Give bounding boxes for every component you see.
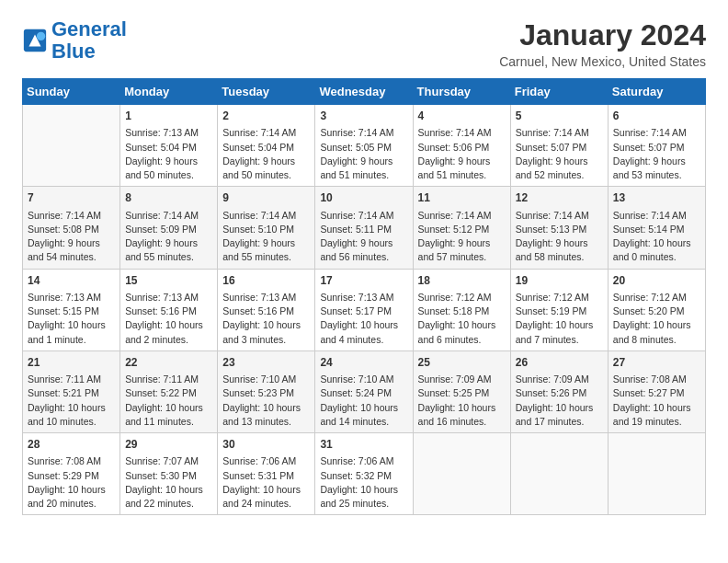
title-block: January 2024 Carnuel, New Mexico, United…	[499, 18, 706, 69]
calendar-cell	[23, 105, 120, 187]
calendar-cell: 6Sunrise: 7:14 AM Sunset: 5:07 PM Daylig…	[608, 105, 705, 187]
calendar-cell: 7Sunrise: 7:14 AM Sunset: 5:08 PM Daylig…	[23, 187, 120, 269]
day-info: Sunrise: 7:09 AM Sunset: 5:25 PM Dayligh…	[418, 373, 506, 429]
calendar-cell: 21Sunrise: 7:11 AM Sunset: 5:21 PM Dayli…	[23, 350, 120, 432]
calendar-cell: 9Sunrise: 7:14 AM Sunset: 5:10 PM Daylig…	[218, 187, 315, 269]
calendar-week-4: 21Sunrise: 7:11 AM Sunset: 5:21 PM Dayli…	[23, 350, 706, 432]
day-info: Sunrise: 7:14 AM Sunset: 5:07 PM Dayligh…	[516, 126, 603, 182]
day-header-saturday: Saturday	[608, 79, 705, 105]
day-number: 7	[28, 190, 115, 206]
logo-text: General Blue	[51, 18, 127, 63]
svg-point-2	[37, 32, 45, 40]
calendar-cell: 20Sunrise: 7:12 AM Sunset: 5:20 PM Dayli…	[608, 269, 705, 350]
day-header-thursday: Thursday	[413, 79, 510, 105]
day-header-friday: Friday	[510, 79, 608, 105]
day-info: Sunrise: 7:14 AM Sunset: 5:11 PM Dayligh…	[320, 209, 407, 265]
day-number: 20	[613, 273, 700, 289]
calendar-cell: 30Sunrise: 7:06 AM Sunset: 5:31 PM Dayli…	[218, 433, 315, 515]
calendar-cell: 25Sunrise: 7:09 AM Sunset: 5:25 PM Dayli…	[413, 350, 510, 432]
day-number: 30	[222, 437, 310, 453]
day-number: 29	[125, 437, 212, 453]
day-number: 18	[418, 273, 506, 289]
day-number: 12	[516, 190, 603, 206]
day-number: 3	[320, 109, 407, 124]
day-number: 27	[613, 355, 700, 371]
calendar-cell: 19Sunrise: 7:12 AM Sunset: 5:19 PM Dayli…	[510, 269, 608, 350]
calendar-cell: 1Sunrise: 7:13 AM Sunset: 5:04 PM Daylig…	[120, 105, 218, 187]
calendar-table: SundayMondayTuesdayWednesdayThursdayFrid…	[22, 78, 706, 515]
day-info: Sunrise: 7:14 AM Sunset: 5:06 PM Dayligh…	[418, 126, 506, 182]
day-info: Sunrise: 7:14 AM Sunset: 5:05 PM Dayligh…	[320, 126, 407, 182]
calendar-week-3: 14Sunrise: 7:13 AM Sunset: 5:15 PM Dayli…	[23, 269, 706, 350]
day-info: Sunrise: 7:13 AM Sunset: 5:16 PM Dayligh…	[125, 291, 212, 347]
day-number: 8	[125, 190, 212, 206]
day-number: 11	[418, 190, 506, 206]
day-number: 14	[28, 273, 115, 289]
calendar-cell: 22Sunrise: 7:11 AM Sunset: 5:22 PM Dayli…	[120, 350, 218, 432]
calendar-cell: 15Sunrise: 7:13 AM Sunset: 5:16 PM Dayli…	[120, 269, 218, 350]
calendar-cell: 2Sunrise: 7:14 AM Sunset: 5:04 PM Daylig…	[218, 105, 315, 187]
day-number: 13	[613, 190, 700, 206]
day-header-tuesday: Tuesday	[218, 79, 315, 105]
calendar-cell: 8Sunrise: 7:14 AM Sunset: 5:09 PM Daylig…	[120, 187, 218, 269]
day-info: Sunrise: 7:14 AM Sunset: 5:12 PM Dayligh…	[418, 209, 506, 265]
day-info: Sunrise: 7:11 AM Sunset: 5:22 PM Dayligh…	[125, 373, 212, 429]
calendar-cell: 5Sunrise: 7:14 AM Sunset: 5:07 PM Daylig…	[510, 105, 608, 187]
calendar-cell: 23Sunrise: 7:10 AM Sunset: 5:23 PM Dayli…	[218, 350, 315, 432]
day-number: 2	[222, 109, 310, 124]
calendar-cell	[608, 433, 705, 515]
calendar-cell	[413, 433, 510, 515]
day-info: Sunrise: 7:12 AM Sunset: 5:19 PM Dayligh…	[516, 291, 603, 347]
day-info: Sunrise: 7:14 AM Sunset: 5:08 PM Dayligh…	[28, 209, 115, 265]
day-info: Sunrise: 7:09 AM Sunset: 5:26 PM Dayligh…	[516, 373, 603, 429]
calendar-cell: 16Sunrise: 7:13 AM Sunset: 5:16 PM Dayli…	[218, 269, 315, 350]
day-info: Sunrise: 7:14 AM Sunset: 5:09 PM Dayligh…	[125, 209, 212, 265]
day-number: 9	[222, 190, 310, 206]
day-header-monday: Monday	[120, 79, 218, 105]
calendar-cell: 12Sunrise: 7:14 AM Sunset: 5:13 PM Dayli…	[510, 187, 608, 269]
day-number: 17	[320, 273, 407, 289]
day-info: Sunrise: 7:12 AM Sunset: 5:20 PM Dayligh…	[613, 291, 700, 347]
day-number: 28	[28, 437, 115, 453]
calendar-subtitle: Carnuel, New Mexico, United States	[499, 54, 706, 69]
calendar-cell: 10Sunrise: 7:14 AM Sunset: 5:11 PM Dayli…	[315, 187, 413, 269]
day-number: 5	[516, 109, 603, 124]
day-info: Sunrise: 7:08 AM Sunset: 5:27 PM Dayligh…	[613, 373, 700, 429]
day-info: Sunrise: 7:13 AM Sunset: 5:15 PM Dayligh…	[28, 291, 115, 347]
day-info: Sunrise: 7:10 AM Sunset: 5:24 PM Dayligh…	[320, 373, 407, 429]
day-info: Sunrise: 7:08 AM Sunset: 5:29 PM Dayligh…	[28, 454, 115, 511]
calendar-header: SundayMondayTuesdayWednesdayThursdayFrid…	[23, 79, 706, 105]
day-info: Sunrise: 7:10 AM Sunset: 5:23 PM Dayligh…	[222, 373, 310, 429]
calendar-week-2: 7Sunrise: 7:14 AM Sunset: 5:08 PM Daylig…	[23, 187, 706, 269]
day-info: Sunrise: 7:06 AM Sunset: 5:32 PM Dayligh…	[320, 454, 407, 511]
day-info: Sunrise: 7:11 AM Sunset: 5:21 PM Dayligh…	[28, 373, 115, 429]
page-header: General Blue January 2024 Carnuel, New M…	[22, 18, 706, 69]
calendar-cell: 11Sunrise: 7:14 AM Sunset: 5:12 PM Dayli…	[413, 187, 510, 269]
day-info: Sunrise: 7:06 AM Sunset: 5:31 PM Dayligh…	[222, 454, 310, 511]
logo: General Blue	[22, 18, 127, 63]
day-header-sunday: Sunday	[23, 79, 120, 105]
day-info: Sunrise: 7:14 AM Sunset: 5:04 PM Dayligh…	[222, 126, 310, 182]
calendar-cell: 14Sunrise: 7:13 AM Sunset: 5:15 PM Dayli…	[23, 269, 120, 350]
day-number: 15	[125, 273, 212, 289]
day-number: 25	[418, 355, 506, 371]
calendar-cell: 31Sunrise: 7:06 AM Sunset: 5:32 PM Dayli…	[315, 433, 413, 515]
calendar-cell: 26Sunrise: 7:09 AM Sunset: 5:26 PM Dayli…	[510, 350, 608, 432]
calendar-cell: 3Sunrise: 7:14 AM Sunset: 5:05 PM Daylig…	[315, 105, 413, 187]
day-info: Sunrise: 7:14 AM Sunset: 5:14 PM Dayligh…	[613, 209, 700, 265]
day-number: 23	[222, 355, 310, 371]
day-info: Sunrise: 7:14 AM Sunset: 5:13 PM Dayligh…	[516, 209, 603, 265]
day-number: 10	[320, 190, 407, 206]
calendar-week-1: 1Sunrise: 7:13 AM Sunset: 5:04 PM Daylig…	[23, 105, 706, 187]
day-number: 31	[320, 437, 407, 453]
day-info: Sunrise: 7:14 AM Sunset: 5:10 PM Dayligh…	[222, 209, 310, 265]
header-row: SundayMondayTuesdayWednesdayThursdayFrid…	[23, 79, 706, 105]
day-number: 24	[320, 355, 407, 371]
day-number: 16	[222, 273, 310, 289]
calendar-cell: 17Sunrise: 7:13 AM Sunset: 5:17 PM Dayli…	[315, 269, 413, 350]
day-info: Sunrise: 7:13 AM Sunset: 5:17 PM Dayligh…	[320, 291, 407, 347]
day-info: Sunrise: 7:12 AM Sunset: 5:18 PM Dayligh…	[418, 291, 506, 347]
calendar-cell	[510, 433, 608, 515]
calendar-cell: 24Sunrise: 7:10 AM Sunset: 5:24 PM Dayli…	[315, 350, 413, 432]
day-info: Sunrise: 7:07 AM Sunset: 5:30 PM Dayligh…	[125, 454, 212, 511]
